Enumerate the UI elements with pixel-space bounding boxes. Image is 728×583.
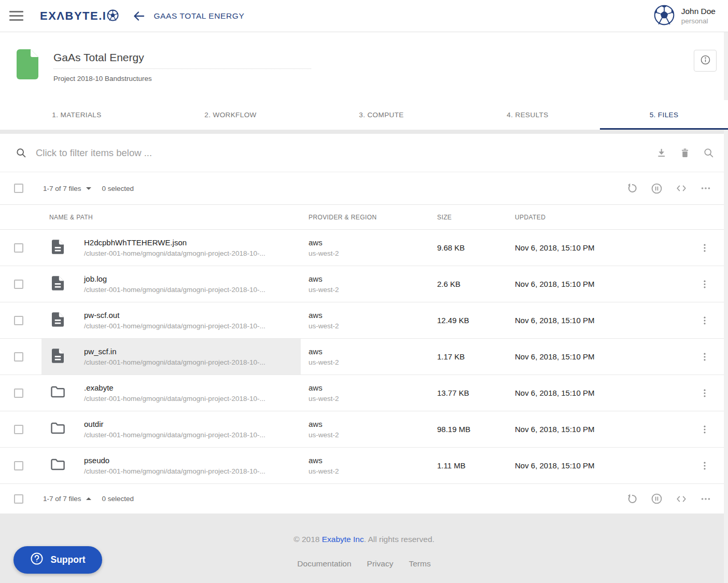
filter-input[interactable]: Click to filter items below ... [36, 147, 656, 159]
folder-icon [51, 459, 65, 473]
support-button[interactable]: Support [13, 546, 102, 574]
footer: © 2018 Exabyte Inc. All rights reserved.… [0, 513, 728, 583]
tab-workflow[interactable]: 2. WORKFLOW [153, 100, 307, 130]
row-checkbox[interactable] [14, 388, 23, 398]
table-row[interactable]: H2dcpbhWhTTEHERWE.json /cluster-001-home… [0, 230, 728, 266]
file-size: 1.11 MB [429, 461, 507, 470]
range-label-bottom: 1-7 of 7 files [43, 495, 81, 503]
file-icon [52, 312, 64, 329]
file-name: outdir [84, 420, 265, 428]
file-path: /cluster-001-home/gmogni/data/gmogni-pro… [84, 467, 265, 475]
privacy-link[interactable]: Privacy [367, 559, 394, 568]
row-menu-icon[interactable] [699, 388, 710, 398]
refresh-icon[interactable] [626, 183, 638, 194]
info-button[interactable] [694, 50, 717, 72]
file-name: pw-scf.out [84, 311, 265, 320]
updated-date: Nov 6, 2018, 15:10 PM [507, 425, 681, 434]
chevron-down-icon[interactable] [86, 187, 91, 190]
file-name: .exabyte [84, 383, 265, 392]
row-menu-icon[interactable] [699, 424, 710, 435]
file-icon [52, 276, 64, 293]
provider: aws [309, 238, 429, 247]
footer-links: Documentation Privacy Terms [0, 559, 728, 568]
table-row[interactable]: .exabyte /cluster-001-home/gmogni/data/g… [0, 375, 728, 411]
row-menu-icon[interactable] [699, 315, 710, 326]
file-path: /cluster-001-home/gmogni/data/gmogni-pro… [84, 249, 265, 257]
job-header: GaAs Total Energy Project 2018-10 Bandst… [0, 32, 728, 100]
filter-search-icon [16, 147, 26, 158]
table-row[interactable]: pw_scf.in /cluster-001-home/gmogni/data/… [0, 339, 728, 375]
row-menu-icon[interactable] [699, 279, 710, 289]
row-checkbox[interactable] [14, 280, 23, 289]
row-menu-icon[interactable] [699, 243, 710, 253]
section-gap [0, 130, 728, 134]
more-options-icon[interactable] [700, 493, 711, 505]
row-checkbox[interactable] [14, 352, 23, 362]
help-question-icon [30, 552, 44, 568]
code-brackets-icon[interactable] [676, 494, 687, 504]
copyright: © 2018 Exabyte Inc. All rights reserved. [0, 535, 728, 544]
file-path: /cluster-001-home/gmogni/data/gmogni-pro… [84, 358, 265, 366]
pause-icon[interactable] [651, 183, 663, 195]
region: us-west-2 [309, 431, 429, 439]
provider: aws [309, 383, 429, 392]
tab-files[interactable]: 5. FILES [600, 100, 728, 130]
updated-date: Nov 6, 2018, 15:10 PM [507, 280, 681, 288]
region: us-west-2 [309, 249, 429, 257]
exabyte-logo[interactable]: EXΛBYTE.I [40, 9, 119, 23]
file-path: /cluster-001-home/gmogni/data/gmogni-pro… [84, 395, 265, 402]
code-brackets-icon[interactable] [676, 184, 687, 193]
user-menu[interactable]: John Doe personal [654, 5, 716, 27]
workflow-step-tabs: 1. MATERIALS 2. WORKFLOW 3. COMPUTE 4. R… [0, 100, 728, 130]
more-options-icon[interactable] [700, 183, 711, 194]
file-size: 9.68 KB [429, 243, 507, 252]
row-checkbox[interactable] [14, 243, 23, 253]
tab-materials[interactable]: 1. MATERIALS [0, 100, 153, 130]
refresh-icon[interactable] [626, 493, 638, 505]
file-path: /cluster-001-home/gmogni/data/gmogni-pro… [84, 431, 265, 439]
terms-link[interactable]: Terms [409, 559, 430, 568]
tab-compute[interactable]: 3. COMPUTE [307, 100, 455, 130]
table-row[interactable]: pseudo /cluster-001-home/gmogni/data/gmo… [0, 448, 728, 484]
documentation-link[interactable]: Documentation [297, 559, 351, 568]
info-icon [700, 54, 711, 67]
pause-icon[interactable] [651, 493, 663, 505]
row-menu-icon[interactable] [699, 461, 710, 471]
chevron-up-icon[interactable] [86, 497, 91, 500]
file-icon [52, 349, 64, 365]
row-checkbox[interactable] [14, 316, 23, 325]
table-row[interactable]: pw-scf.out /cluster-001-home/gmogni/data… [0, 302, 728, 339]
file-name: job.log [84, 274, 265, 283]
company-link[interactable]: Exabyte Inc [322, 535, 364, 544]
selected-count: 0 selected [102, 185, 134, 192]
select-all-checkbox-bottom[interactable] [14, 494, 23, 504]
app-bar: EXΛBYTE.I GAAS TOTAL ENERGY [0, 0, 728, 32]
back-arrow-icon[interactable] [132, 10, 146, 22]
logo-text: EXΛBYTE.I [40, 9, 106, 23]
updated-date: Nov 6, 2018, 15:10 PM [507, 243, 681, 252]
search-icon[interactable] [703, 147, 714, 158]
column-size: SIZE [429, 214, 507, 221]
tab-results[interactable]: 4. RESULTS [455, 100, 600, 130]
row-menu-icon[interactable] [699, 352, 710, 362]
table-header: NAME & PATH PROVIDER & REGION SIZE UPDAT… [0, 204, 728, 230]
job-file-icon [17, 49, 38, 81]
copyright-prefix: © 2018 [293, 535, 322, 544]
region: us-west-2 [309, 322, 429, 330]
filter-bar: Click to filter items below ... [0, 134, 728, 172]
table-row[interactable]: outdir /cluster-001-home/gmogni/data/gmo… [0, 411, 728, 448]
file-size: 98.19 MB [429, 425, 507, 434]
delete-trash-icon[interactable] [680, 147, 690, 158]
region: us-west-2 [309, 467, 429, 475]
file-size: 1.17 KB [429, 352, 507, 361]
row-checkbox[interactable] [14, 461, 23, 470]
download-icon[interactable] [656, 147, 667, 158]
user-account: personal [681, 17, 716, 25]
updated-date: Nov 6, 2018, 15:10 PM [507, 388, 681, 397]
provider: aws [309, 456, 429, 465]
select-all-checkbox[interactable] [14, 184, 23, 193]
updated-date: Nov 6, 2018, 15:10 PM [507, 461, 681, 470]
table-row[interactable]: job.log /cluster-001-home/gmogni/data/gm… [0, 266, 728, 302]
row-checkbox[interactable] [14, 425, 23, 434]
hamburger-menu-icon[interactable] [9, 11, 23, 21]
